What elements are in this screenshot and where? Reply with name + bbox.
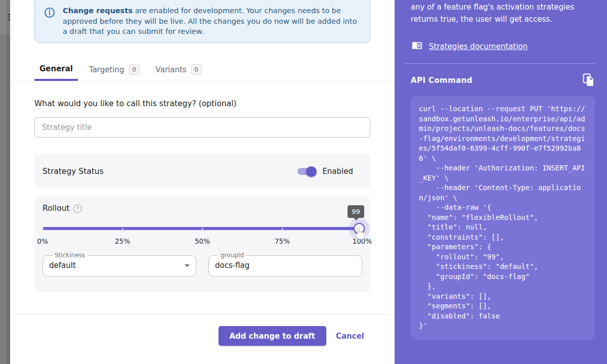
- strategy-status-value: Enabled: [322, 167, 353, 176]
- strategy-form-panel: Change requests are enabled for developm…: [10, 0, 395, 364]
- slider-scale-label: 25%: [115, 237, 130, 245]
- slider-mark: [122, 228, 123, 230]
- groupid-input[interactable]: [215, 261, 356, 270]
- groupid-label: groupId: [218, 252, 246, 259]
- strategy-help-sidebar: any of a feature flag's activation strat…: [395, 0, 607, 364]
- slider-scale-label: 100%: [353, 237, 372, 245]
- tab-label: General: [39, 64, 73, 73]
- footer-actions: Add change to draft Cancel: [10, 326, 395, 346]
- rollout-label: Rollout: [42, 204, 70, 213]
- slider-mark: [202, 228, 203, 230]
- strategy-status-card: Strategy Status Enabled: [34, 154, 370, 189]
- stickiness-select[interactable]: Stickiness default: [42, 252, 196, 277]
- variants-count-badge: 0: [191, 64, 202, 75]
- toggle-thumb: [306, 166, 317, 177]
- strategy-tabs: General Targeting 0 Variants 0: [10, 58, 395, 81]
- slider-scale: 0% 25% 50% 75% 100%: [42, 237, 362, 245]
- chevron-down-icon: [185, 264, 190, 267]
- backdrop-band: [7, 0, 10, 364]
- strategy-intro-text: any of a feature flag's activation strat…: [411, 1, 585, 25]
- slider-scale-label: 75%: [275, 237, 290, 245]
- slider-mark: [42, 228, 44, 230]
- groupid-field: groupId: [208, 252, 362, 277]
- slider-scale-label: 0%: [37, 237, 48, 245]
- help-icon[interactable]: ?: [73, 204, 82, 213]
- change-requests-alert: Change requests are enabled for developm…: [34, 0, 370, 43]
- strategies-documentation-link[interactable]: Strategies documentation: [429, 42, 528, 51]
- slider-thumb[interactable]: [354, 223, 365, 234]
- targeting-count-badge: 0: [129, 64, 140, 75]
- alert-text: Change requests are enabled for developm…: [63, 6, 358, 42]
- add-change-to-draft-button[interactable]: Add change to draft: [219, 326, 326, 346]
- sidebar-divider: [405, 63, 595, 64]
- cancel-button[interactable]: Cancel: [336, 332, 364, 341]
- book-icon: [411, 40, 423, 53]
- tab-label: Variants: [156, 65, 187, 74]
- info-icon: [44, 7, 55, 42]
- rollout-value-tooltip: 99: [348, 205, 364, 218]
- modal-backdrop: [0, 0, 10, 364]
- slider-mark: [282, 228, 283, 230]
- slider-scale-label: 50%: [195, 237, 210, 245]
- strategy-title-question: What would you like to call this strateg…: [34, 99, 237, 108]
- footer-divider: [10, 314, 395, 314]
- api-command-code[interactable]: curl --location --request PUT 'https:// …: [411, 96, 595, 340]
- tab-targeting[interactable]: Targeting 0: [84, 58, 145, 81]
- strategy-status-label: Strategy Status: [42, 167, 104, 176]
- stickiness-label: Stickiness: [52, 252, 88, 259]
- strategy-status-toggle[interactable]: [297, 168, 316, 175]
- api-command-title: API Command: [411, 76, 472, 85]
- tab-label: Targeting: [89, 65, 124, 74]
- rollout-card: Rollout ? 99 0% 25% 50% 75% 100% Stickin…: [34, 197, 370, 292]
- stickiness-value: default: [49, 261, 76, 270]
- rollout-slider[interactable]: [42, 225, 362, 232]
- tab-variants[interactable]: Variants 0: [151, 58, 207, 81]
- copy-icon[interactable]: [583, 73, 595, 87]
- tab-general[interactable]: General: [34, 58, 78, 81]
- strategy-title-input[interactable]: [34, 117, 370, 138]
- backdrop-band: [0, 0, 7, 364]
